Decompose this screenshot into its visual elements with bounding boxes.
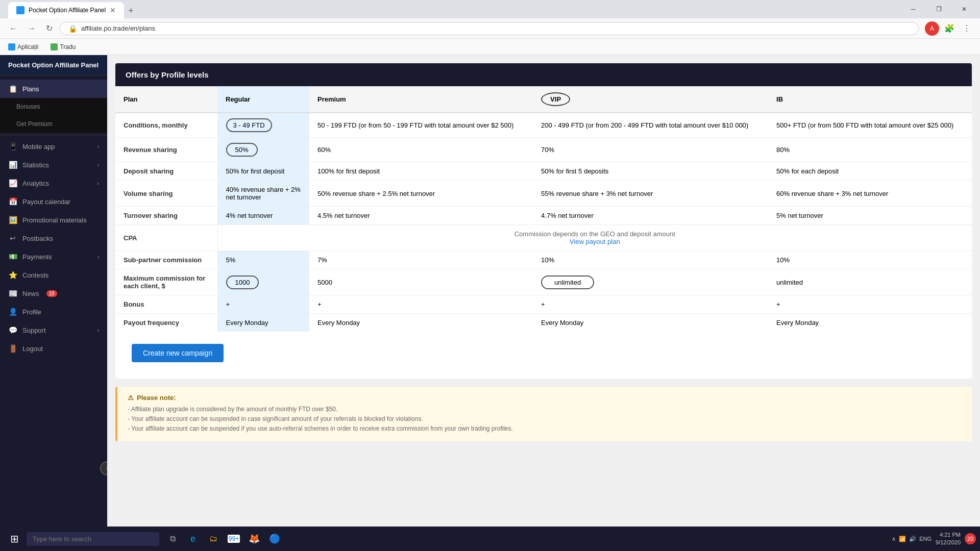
create-new-campaign-button[interactable]: Create new campaign <box>132 344 224 362</box>
vip-payout-freq: Every Monday <box>533 314 768 332</box>
taskbar: ⊞ ⧉ e 🗂 99+ 🦊 🔵 ∧ 📶 🔊 ENG 4:21 PM <box>0 527 980 551</box>
bookmark-icon <box>51 43 58 51</box>
bookmark-label: Aplicații <box>17 43 38 51</box>
edge-app[interactable]: e <box>184 530 202 548</box>
news-badge: 18 <box>46 290 57 297</box>
sidebar-item-statistics[interactable]: 📊 Statistics › <box>0 156 107 174</box>
ib-revenue: 80% <box>768 138 972 162</box>
sidebar-item-promotional-materials[interactable]: 🖼️ Promotional materials <box>0 211 107 229</box>
lock-icon: 🔒 <box>68 24 77 33</box>
explorer-app[interactable]: 🗂 <box>204 530 223 548</box>
news-icon: 📰 <box>8 289 17 297</box>
th-regular: Regular <box>217 86 309 113</box>
table-row-max-commission: Maximum commission for each client, $ 10… <box>115 269 972 295</box>
close-button[interactable]: ✕ <box>952 2 976 16</box>
sidebar-item-get-premium[interactable]: Get Premium <box>0 115 107 133</box>
bookmark-icon <box>8 43 15 51</box>
start-button[interactable]: ⊞ <box>4 529 24 549</box>
vip-deposit: 50% for first 5 deposits <box>533 162 768 181</box>
premium-max-commission: 5000 <box>309 269 533 295</box>
sidebar-item-contests[interactable]: ⭐ Contests <box>0 266 107 284</box>
premium-volume: 50% revenue share + 2.5% net turnover <box>309 181 533 207</box>
volume-icon: 🔊 <box>909 536 916 542</box>
sidebar-item-analytics[interactable]: 📈 Analytics › <box>0 174 107 192</box>
sidebar-item-postbacks[interactable]: ↩ Postbacks <box>0 229 107 247</box>
tab-close-btn[interactable]: ✕ <box>110 6 116 14</box>
taskview-app[interactable]: ⧉ <box>163 530 182 548</box>
premium-subpartner: 7% <box>309 251 533 269</box>
regular-payout-freq: Every Monday <box>217 314 309 332</box>
regular-conditions-circled: 3 - 49 FTD <box>226 118 272 132</box>
sidebar-item-news[interactable]: 📰 News 18 <box>0 284 107 303</box>
refresh-button[interactable]: ↻ <box>43 21 56 35</box>
postbacks-icon: ↩ <box>8 234 17 242</box>
more-btn[interactable]: ⋮ <box>960 21 974 36</box>
browser-tab[interactable]: Pocket Option Affiliate Panel ✕ <box>8 2 124 18</box>
analytics-icon: 📈 <box>8 179 17 187</box>
address-bar[interactable]: 🔒 affiliate.po.trade/en/plans <box>60 22 919 35</box>
contests-icon: ⭐ <box>8 271 17 279</box>
bookmark-aplicatii[interactable]: Aplicații <box>6 42 40 52</box>
back-button[interactable]: ← <box>6 22 20 35</box>
th-ib: IB <box>768 86 972 113</box>
chrome-app[interactable]: 🔵 <box>265 530 284 548</box>
label-revenue: Revenue sharing <box>115 138 217 162</box>
th-plan: Plan <box>115 86 217 113</box>
sidebar-item-profile[interactable]: 👤 Profile <box>0 303 107 321</box>
app-container: Pocket Option Affiliate Panel 📋 Plans Bo… <box>0 55 980 527</box>
sidebar-label-contests: Contests <box>22 271 48 279</box>
cpa-text: Commission depends on the GEO and deposi… <box>226 230 964 238</box>
sidebar-item-bonuses[interactable]: Bonuses <box>0 98 107 115</box>
maximize-button[interactable]: ❐ <box>927 2 950 16</box>
label-deposit: Deposit sharing <box>115 162 217 181</box>
profile-picture-btn[interactable]: A <box>925 21 939 36</box>
sidebar-item-plans[interactable]: 📋 Plans <box>0 80 107 98</box>
taskbar-system-icons: ∧ 📶 🔊 ENG <box>892 536 932 542</box>
address-text: affiliate.po.trade/en/plans <box>81 24 155 32</box>
sidebar-item-mobile-app[interactable]: 📱 Mobile app › <box>0 137 107 156</box>
new-tab-button[interactable]: + <box>124 4 138 18</box>
profile-icon: 👤 <box>8 308 17 316</box>
notice-title: ⚠ Please note: <box>128 394 962 402</box>
vip-bonus: + <box>533 295 768 314</box>
regular-revenue-circled: 50% <box>226 143 258 157</box>
taskbar-date-text: 9/12/2020 <box>936 539 961 546</box>
sidebar-item-logout[interactable]: 🚪 Logout <box>0 339 107 358</box>
chevron-icon[interactable]: ∧ <box>892 536 896 542</box>
store-app[interactable]: 99+ <box>225 530 243 548</box>
vip-revenue: 70% <box>533 138 768 162</box>
chevron-icon: › <box>97 254 99 260</box>
promotional-icon: 🖼️ <box>8 216 17 224</box>
forward-button[interactable]: → <box>24 22 39 35</box>
notification-badge[interactable]: 20 <box>965 533 976 544</box>
table-row-conditions: Conditions, monthly 3 - 49 FTD 50 - 199 … <box>115 113 972 138</box>
bookmark-tradu[interactable]: Tradu <box>48 42 78 52</box>
notice-item-3: - Your affiliate account can be suspende… <box>128 424 962 434</box>
vip-conditions: 200 - 499 FTD (or from 200 - 499 FTD wit… <box>533 113 768 138</box>
premium-conditions: 50 - 199 FTD (or from 50 - 199 FTD with … <box>309 113 533 138</box>
sidebar-label-payout-calendar: Payout calendar <box>22 198 70 206</box>
sidebar-label-payments: Payments <box>22 253 52 261</box>
firefox-app[interactable]: 🦊 <box>245 530 263 548</box>
sidebar-item-payout-calendar[interactable]: 📅 Payout calendar <box>0 192 107 211</box>
taskbar-search-input[interactable] <box>27 532 159 546</box>
chevron-icon: › <box>97 181 99 186</box>
statistics-icon: 📊 <box>8 161 17 169</box>
table-header-row: Plan Regular Premium VIP IB <box>115 86 972 113</box>
regular-revenue: 50% <box>217 138 309 162</box>
chrome-icon: 🔵 <box>269 533 280 544</box>
mobile-app-icon: 📱 <box>8 142 17 151</box>
sidebar-item-support[interactable]: 💬 Support › <box>0 321 107 339</box>
taskbar-right: ∧ 📶 🔊 ENG 4:21 PM 9/12/2020 20 <box>892 531 976 547</box>
minimize-button[interactable]: ─ <box>901 2 925 16</box>
get-premium-label: Get Premium <box>16 120 53 128</box>
label-cpa: CPA <box>115 225 217 251</box>
label-turnover: Turnover sharing <box>115 207 217 225</box>
extensions-btn[interactable]: 🧩 <box>941 21 958 36</box>
premium-payout-freq: Every Monday <box>309 314 533 332</box>
sidebar-item-payments[interactable]: 💵 Payments › <box>0 247 107 266</box>
sidebar-label-promotional: Promotional materials <box>22 216 87 224</box>
sidebar-logo: Pocket Option Affiliate Panel <box>8 61 99 69</box>
bonuses-label: Bonuses <box>16 103 40 110</box>
cpa-view-plan-link[interactable]: View payout plan <box>226 238 964 245</box>
